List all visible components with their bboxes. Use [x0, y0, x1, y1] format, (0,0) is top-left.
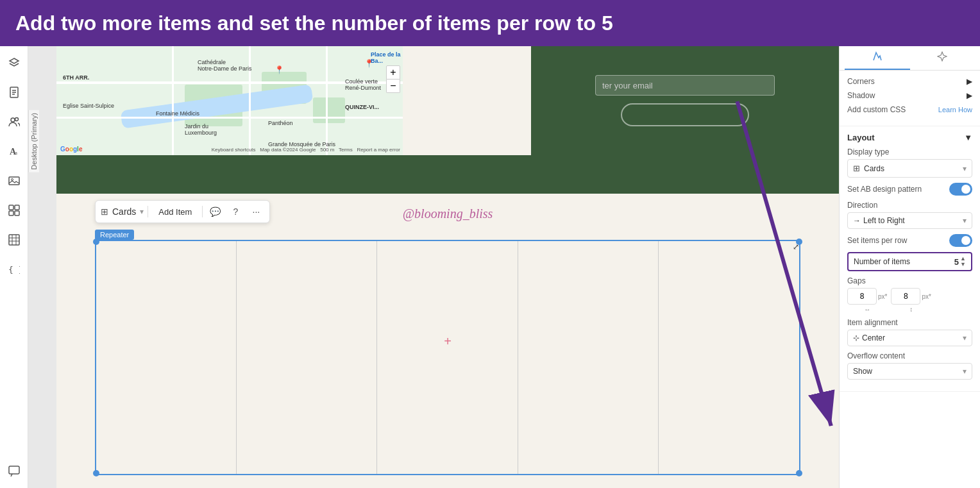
- google-logo: Google: [60, 146, 82, 153]
- direction-box[interactable]: → Left to Right ▾: [847, 212, 972, 229]
- map-label-pantheon: Panthéon: [268, 120, 293, 126]
- ab-pattern-row: Set AB design pattern: [847, 183, 972, 196]
- sidebar-icon-grid[interactable]: [5, 201, 23, 219]
- map-section: CathédraleNotre-Dame de Paris Eglise Sai…: [56, 46, 403, 155]
- svg-text:{ }: { }: [8, 265, 20, 274]
- items-per-row-row: Set items per row: [847, 234, 972, 247]
- cards-toolbar: ⊞ Cards ▾ Add Item 💬 ? ···: [95, 200, 270, 223]
- custom-css-row: Add custom CSS Learn How: [847, 105, 972, 114]
- toolbar-divider-2: [202, 206, 203, 217]
- item-alignment-container: Item alignment ⊹ Center ▾: [847, 318, 972, 346]
- left-sidebar: A a: [0, 46, 28, 488]
- display-type-container: Display type ⊞ Cards ▾: [847, 147, 972, 178]
- map-label-jardin: Jardin duLuxembourg: [185, 123, 217, 136]
- svg-point-5: [11, 118, 15, 122]
- sidebar-icon-page[interactable]: [5, 83, 23, 101]
- number-of-items-input[interactable]: [936, 257, 959, 267]
- map-pin-1: 📍: [275, 65, 284, 74]
- corners-arrow[interactable]: ▶: [967, 77, 972, 86]
- direction-container: Direction → Left to Right ▾: [847, 201, 972, 229]
- ab-pattern-label: Set AB design pattern: [847, 185, 922, 194]
- items-per-row-toggle[interactable]: [949, 234, 972, 247]
- card-item-4: [518, 241, 659, 474]
- desktop-label: Desktop (Primary): [28, 110, 39, 172]
- ab-pattern-toggle[interactable]: [949, 183, 972, 196]
- repeater-badge[interactable]: Repeater: [95, 230, 134, 240]
- map-label-coulée: Coulée verteRené-Dumont: [345, 78, 381, 91]
- svg-rect-21: [9, 466, 19, 474]
- toolbar-help-button[interactable]: ?: [227, 203, 244, 220]
- card-item-2: [237, 241, 377, 474]
- layout-arrow: ▼: [964, 133, 972, 142]
- direction-chevron: ▾: [963, 216, 967, 225]
- display-type-box[interactable]: ⊞ Cards ▾: [847, 159, 972, 178]
- corners-row: Corners ▶: [847, 77, 972, 86]
- gap-h-input[interactable]: [847, 288, 877, 305]
- toolbar-chat-button[interactable]: 💬: [207, 203, 223, 220]
- map-zoom-controls[interactable]: + −: [386, 65, 400, 93]
- items-per-row-label: Set items per row: [847, 236, 907, 245]
- alignment-icon: ⊹: [853, 333, 859, 342]
- email-placeholder: ter your email: [602, 81, 653, 90]
- alignment-box[interactable]: ⊹ Center ▾: [847, 330, 972, 346]
- add-item-button[interactable]: Add Item: [152, 205, 198, 219]
- main-area: A a: [0, 46, 980, 488]
- sidebar-icon-text[interactable]: A a: [5, 142, 23, 160]
- alignment-chevron: ▾: [963, 333, 967, 342]
- gap-v-input[interactable]: [891, 288, 920, 305]
- dark-green-section: ter your email: [531, 46, 839, 155]
- gaps-label: Gaps: [847, 276, 972, 285]
- overflow-label: Overflow content: [847, 351, 972, 360]
- card-item-5: [659, 241, 799, 474]
- sidebar-icon-code[interactable]: { }: [5, 260, 23, 278]
- tab-design[interactable]: [845, 46, 910, 70]
- expand-icon[interactable]: ⤢: [793, 242, 799, 251]
- gap-h-unit: px*: [878, 293, 887, 300]
- gap-v-arrow: ↕: [909, 306, 913, 313]
- map-label-quinze: QUINZE-VI...: [345, 104, 379, 110]
- svg-rect-13: [9, 211, 13, 215]
- corners-section: Corners ▶ Shadow ▶ Add custom CSS Learn …: [840, 71, 980, 126]
- map-road-2: [56, 117, 403, 119]
- email-input-fake[interactable]: ter your email: [595, 75, 775, 96]
- layout-label: Layout: [847, 133, 875, 142]
- svg-rect-14: [15, 211, 19, 215]
- resize-handle-bottom-right[interactable]: [796, 470, 802, 476]
- map-label-place: Place de la Ba...: [371, 51, 403, 64]
- toolbar-more-button[interactable]: ···: [248, 203, 264, 220]
- sidebar-icon-users[interactable]: [5, 113, 23, 131]
- map-label-eglise: Eglise Saint-Sulpice: [63, 103, 114, 109]
- svg-rect-9: [9, 177, 19, 185]
- overflow-value: Show: [853, 367, 872, 376]
- gap-v-unit: px*: [922, 293, 931, 300]
- resize-handle-bottom-left[interactable]: [93, 470, 99, 476]
- sidebar-icon-media[interactable]: [5, 172, 23, 190]
- sidebar-icon-table[interactable]: [5, 231, 23, 249]
- learn-how-link[interactable]: Learn How: [938, 106, 972, 114]
- svg-marker-0: [10, 58, 19, 63]
- overflow-chevron: ▾: [963, 367, 967, 376]
- overflow-box[interactable]: Show ▾: [847, 363, 972, 380]
- cards-section: @blooming_bliss ⊞ Cards ▾ Add Item 💬 ? ·…: [56, 194, 839, 488]
- cards-grid-icon: ⊞: [853, 164, 860, 173]
- subscribe-button-fake[interactable]: [621, 103, 749, 126]
- map-footer: Keyboard shortcuts Map data ©2024 Google…: [212, 147, 400, 153]
- number-of-items-input-group: ▲ ▼: [936, 256, 966, 267]
- sidebar-icon-layers[interactable]: [5, 54, 23, 72]
- direction-label: Direction: [847, 201, 972, 210]
- stepper-buttons: ▲ ▼: [960, 256, 966, 267]
- canvas-area: Desktop (Primary): [28, 46, 839, 488]
- cards-grid-container: [95, 240, 800, 475]
- banner-text: Add two more items and set the number of…: [15, 12, 613, 35]
- sidebar-icon-chat[interactable]: [5, 462, 23, 480]
- shadow-arrow[interactable]: ▶: [967, 91, 972, 100]
- tab-interactions[interactable]: [910, 46, 976, 70]
- cards-dropdown-arrow[interactable]: ▾: [140, 207, 144, 216]
- stepper-down-button[interactable]: ▼: [960, 262, 966, 267]
- gap-h-arrow: ↔: [864, 306, 870, 313]
- direction-arrow-icon: →: [853, 216, 861, 225]
- toolbar-divider-1: [148, 206, 148, 217]
- svg-rect-12: [15, 205, 19, 210]
- gaps-container: Gaps px* ↔ px* ↕: [847, 276, 972, 313]
- gap-h-input-group: px*: [847, 288, 887, 305]
